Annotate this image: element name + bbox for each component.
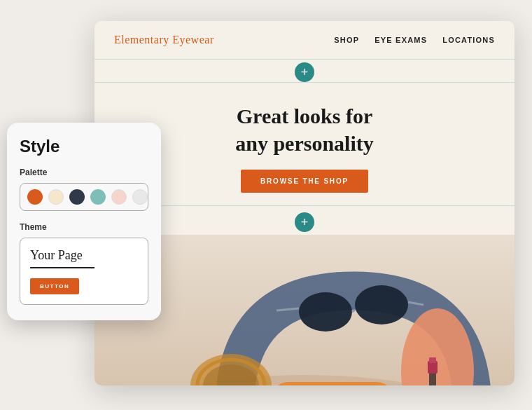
svg-rect-10 <box>270 382 396 385</box>
palette-container <box>20 183 148 211</box>
theme-button[interactable]: BUTTON <box>30 278 79 294</box>
site-nav: SHOP EYE EXAMS LOCATIONS <box>334 36 495 44</box>
site-logo: Elementary Eyewear <box>114 34 214 46</box>
swatch-navy[interactable] <box>69 189 85 205</box>
add-section-top-button[interactable]: + <box>295 62 314 82</box>
svg-point-3 <box>355 285 408 324</box>
swatch-teal[interactable] <box>90 189 106 205</box>
palette-label: Palette <box>20 168 148 177</box>
swatch-orange[interactable] <box>27 189 43 205</box>
svg-point-2 <box>299 292 352 332</box>
nav-item-eye-exams[interactable]: EYE EXAMS <box>374 36 427 44</box>
theme-label: Theme <box>20 222 148 232</box>
nav-item-locations[interactable]: LOCATIONS <box>442 36 495 44</box>
swatch-cream[interactable] <box>48 189 64 205</box>
theme-divider <box>30 267 94 268</box>
hero-heading: Great looks for any personality <box>235 102 374 157</box>
add-section-bottom-button[interactable]: + <box>295 212 314 232</box>
swatch-blush[interactable] <box>111 189 127 205</box>
hero-text: Great looks for any personality BROWSE T… <box>207 90 402 205</box>
style-panel-title: Style <box>20 137 148 156</box>
theme-preview: Your Page BUTTON <box>20 238 148 305</box>
nav-item-shop[interactable]: SHOP <box>334 36 359 44</box>
theme-page-title: Your Page <box>30 248 138 263</box>
hero-cta-button[interactable]: BROWSE THE SHOP <box>241 170 368 193</box>
svg-rect-16 <box>429 357 436 363</box>
swatch-light-gray[interactable] <box>132 189 148 205</box>
style-panel: Style Palette Theme Your Page BUTTON <box>7 123 161 320</box>
site-header: Elementary Eyewear SHOP EYE EXAMS LOCATI… <box>94 21 514 60</box>
